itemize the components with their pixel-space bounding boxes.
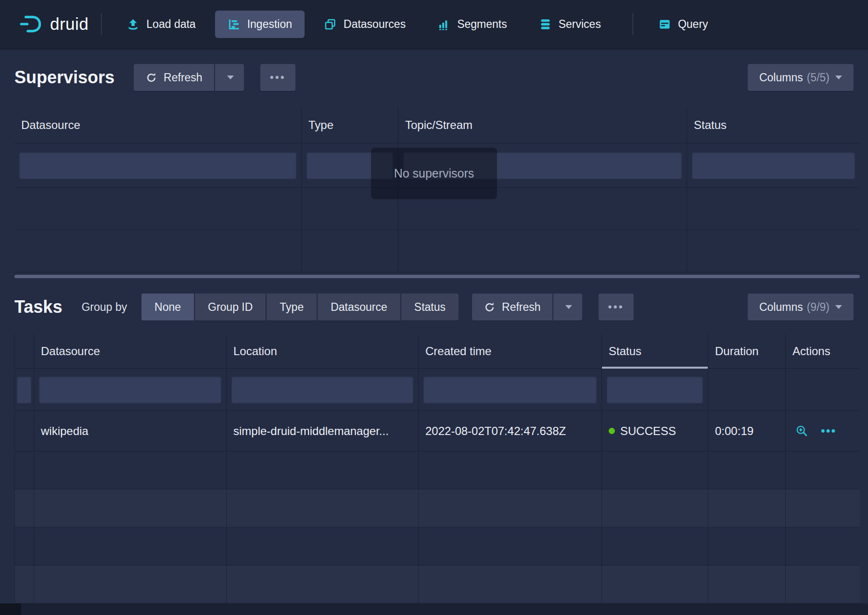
column-header-location[interactable]: Location: [227, 334, 419, 368]
refresh-icon: [145, 72, 157, 84]
refresh-button[interactable]: Refresh: [134, 64, 214, 91]
task-created-time: 2022-08-02T07:42:47.638Z: [419, 411, 602, 451]
bottom-scrollbar[interactable]: [0, 603, 868, 615]
supervisors-section: Supervisors Refresh ••• Columns (5/5): [0, 48, 868, 280]
refresh-label: Refresh: [502, 301, 541, 314]
supervisors-filter-row: [14, 143, 860, 188]
group-by-segmented-control: None Group ID Type Datasource Status: [141, 294, 459, 320]
column-header-status[interactable]: Status: [602, 334, 708, 368]
nav-load-data[interactable]: Load data: [114, 11, 208, 38]
columns-count: (9/9): [807, 301, 830, 314]
segments-icon: [437, 18, 450, 31]
nav-items: Load data Ingestion Datasources: [114, 0, 727, 48]
filter-cell: [398, 143, 687, 187]
supervisors-columns-button[interactable]: Columns (5/5): [748, 64, 854, 91]
query-icon: [658, 18, 671, 31]
type-filter-input[interactable]: [306, 152, 393, 179]
ingestion-icon: [228, 18, 241, 31]
nav-services[interactable]: Services: [526, 11, 613, 38]
tasks-refresh-dropdown-button[interactable]: [553, 294, 582, 320]
column-header-actions[interactable]: Actions: [786, 334, 860, 368]
refresh-icon: [484, 301, 496, 313]
supervisors-more-button[interactable]: •••: [260, 64, 295, 91]
datasource-filter-input[interactable]: [39, 376, 221, 403]
column-header-duration[interactable]: Duration: [708, 334, 786, 368]
group-by-none-button[interactable]: None: [141, 294, 194, 320]
tasks-title: Tasks: [14, 297, 62, 317]
filter-cell: [227, 369, 419, 410]
table-row: [14, 230, 860, 272]
datasources-icon: [324, 18, 337, 31]
group-by-group-id-button[interactable]: Group ID: [195, 294, 266, 320]
task-datasource: wikipedia: [34, 411, 227, 451]
columns-label: Columns: [759, 71, 803, 84]
column-header-created-time[interactable]: Created time: [419, 334, 602, 368]
chevron-down-icon: [227, 76, 234, 79]
status-filter-input[interactable]: [692, 152, 855, 179]
expand-filter-input[interactable]: [17, 376, 31, 403]
services-icon: [539, 18, 552, 31]
tasks-refresh-button[interactable]: Refresh: [472, 294, 552, 320]
group-by-label: Group by: [81, 301, 127, 314]
nav-datasources[interactable]: Datasources: [311, 11, 418, 38]
location-filter-input[interactable]: [231, 376, 413, 403]
magnifier-plus-icon[interactable]: [795, 424, 808, 437]
column-header-status[interactable]: Status: [687, 107, 860, 143]
table-row: [14, 565, 860, 603]
column-header-topic-stream[interactable]: Topic/Stream: [398, 107, 687, 143]
column-header-type[interactable]: Type: [302, 107, 398, 143]
nav-query[interactable]: Query: [646, 11, 721, 38]
scrollbar-thumb[interactable]: [14, 275, 860, 278]
filter-cell: [602, 369, 708, 410]
group-by-datasource-button[interactable]: Datasource: [318, 294, 400, 320]
supervisors-table-header: Datasource Type Topic/Stream Status: [14, 107, 860, 143]
task-row-wikipedia[interactable]: wikipedia simple-druid-middlemanager... …: [14, 411, 860, 451]
created-time-filter-input[interactable]: [423, 376, 597, 403]
chevron-down-icon: [835, 305, 842, 309]
nav-label: Datasources: [344, 18, 406, 31]
nav-segments[interactable]: Segments: [425, 11, 520, 38]
more-icon: •••: [608, 302, 624, 313]
tasks-table: Datasource Location Created time Status …: [14, 334, 860, 603]
columns-count: (5/5): [807, 71, 830, 84]
expand-cell: [14, 411, 34, 451]
tasks-filter-row: [14, 369, 860, 411]
tasks-more-button[interactable]: •••: [599, 294, 634, 320]
nav-label: Query: [678, 18, 708, 31]
columns-label: Columns: [759, 301, 803, 314]
filter-cell: [708, 369, 786, 410]
horizontal-scrollbar[interactable]: [14, 272, 860, 280]
tasks-columns-button[interactable]: Columns (9/9): [748, 294, 854, 320]
refresh-dropdown-button[interactable]: [215, 64, 244, 91]
chevron-down-icon: [835, 76, 842, 79]
nav-divider: [633, 13, 633, 35]
filter-cell: [14, 143, 302, 187]
datasource-filter-input[interactable]: [19, 152, 296, 179]
group-by-status-button[interactable]: Status: [401, 294, 459, 320]
filter-cell: [302, 143, 398, 187]
supervisors-table: Datasource Type Topic/Stream Status No s…: [14, 107, 860, 272]
row-more-actions-icon[interactable]: •••: [821, 425, 836, 437]
druid-logo[interactable]: druid: [18, 14, 89, 34]
column-header-datasource[interactable]: Datasource: [34, 334, 227, 368]
status-filter-input[interactable]: [607, 376, 703, 403]
success-status-dot: [609, 428, 615, 434]
topic-stream-filter-input[interactable]: [403, 152, 682, 179]
filter-cell: [419, 369, 602, 410]
nav-label: Segments: [457, 18, 507, 31]
column-header-datasource[interactable]: Datasource: [14, 107, 302, 143]
nav-label: Ingestion: [247, 18, 292, 31]
task-duration: 0:00:19: [708, 411, 786, 451]
table-row: [14, 188, 860, 230]
filter-cell: [687, 143, 860, 187]
task-status: SUCCESS: [602, 411, 708, 451]
chevron-down-icon: [565, 305, 572, 309]
tasks-table-header: Datasource Location Created time Status …: [14, 334, 860, 369]
table-row: [14, 489, 860, 527]
nav-label: Services: [559, 18, 601, 31]
nav-ingestion[interactable]: Ingestion: [215, 11, 305, 38]
filter-cell: [14, 369, 34, 410]
group-by-type-button[interactable]: Type: [267, 294, 317, 320]
table-row: [14, 451, 860, 489]
upload-icon: [127, 18, 140, 31]
